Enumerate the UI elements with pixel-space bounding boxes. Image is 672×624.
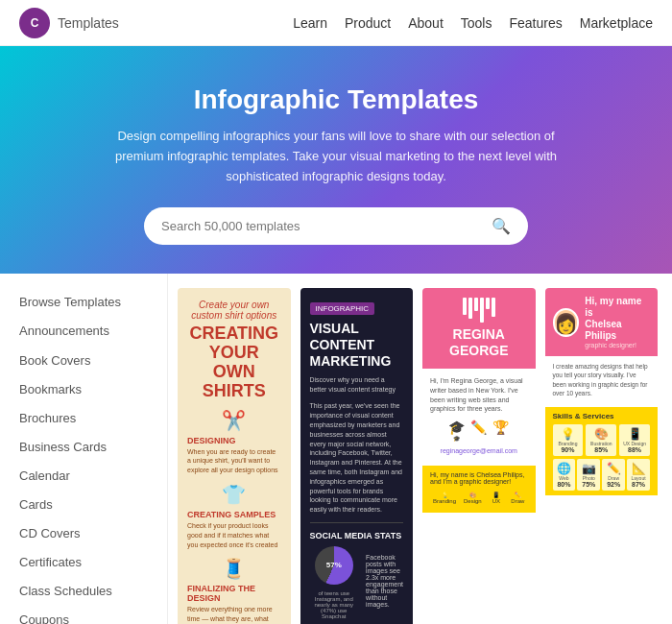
- card4-yellow-section: Skills & Services 💡 Branding 90% 🎨 Illus…: [545, 407, 659, 495]
- sidebar-item-brochures[interactable]: Brochures: [0, 404, 167, 433]
- promote-icon: ✏️: [470, 420, 487, 435]
- card2-body: This past year, we've seen the importanc…: [310, 401, 404, 515]
- education-icon: 🎓: [448, 420, 465, 435]
- illustration-icon: 🎨: [588, 427, 613, 441]
- hero-section: Infographic Templates Design compelling …: [0, 46, 672, 274]
- canva-logo[interactable]: C: [19, 8, 50, 38]
- bar-6: [492, 298, 495, 317]
- bar-4: [480, 298, 484, 323]
- card1-sec1-body: When you are ready to create a unique sh…: [187, 447, 281, 475]
- card2-tag: INFOGRAPHIC: [310, 302, 375, 315]
- sidebar-item-certificates[interactable]: Certificates: [0, 548, 167, 577]
- search-bar[interactable]: 🔍: [144, 207, 528, 245]
- sidebar-item-cards[interactable]: Cards: [0, 491, 167, 519]
- sidebar-item-calendar[interactable]: Calendar: [0, 462, 167, 491]
- bar-2: [468, 298, 472, 319]
- card3-bio: Hi, I'm Regina George, a visual writer b…: [430, 376, 528, 414]
- sidebar-item-class-schedules[interactable]: Class Schedules: [0, 577, 167, 606]
- card3-icons-row: 🎓 🎓 ✏️ 🏆: [430, 420, 528, 442]
- sidebar-item-business-cards[interactable]: Business Cards: [0, 433, 167, 462]
- card1-shirt-icon: 👕: [187, 483, 281, 506]
- hero-title: Infographic Templates: [19, 84, 653, 115]
- card2-sub: Discover why you need a better visual co…: [310, 375, 404, 395]
- sidebar-item-book-covers[interactable]: Book Covers: [0, 347, 167, 375]
- templates-label: Templates: [58, 15, 119, 31]
- stat-web: 🌐 Web 80%: [553, 459, 576, 491]
- main-content: Browse Templates Announcements Book Cove…: [0, 274, 672, 624]
- illustration-label: Illustration: [588, 441, 613, 446]
- ux-pct: 88%: [622, 446, 647, 453]
- excellence-icon: 🏆: [492, 420, 509, 435]
- template-card-regina[interactable]: REGINA GEORGE Hi, I'm Regina George, a v…: [422, 288, 536, 624]
- skill-ux: 📱 UX Design 88%: [619, 424, 650, 456]
- main-nav: Learn Product About Tools Features Marke…: [293, 15, 653, 31]
- template-card-chelsea[interactable]: 👩 Hi, my name isChelsea Philips graphic …: [545, 288, 659, 624]
- sidebar-item-bookmarks[interactable]: Bookmarks: [0, 375, 167, 404]
- illustration-pct: 85%: [588, 446, 613, 453]
- grid-item-1: 💡Branding: [430, 489, 459, 507]
- card1-sec3-title: FINALIZING THE DESIGN: [187, 584, 281, 603]
- card3-bars: [430, 298, 528, 323]
- template-card-shirts[interactable]: Create your own custom shirt options CRE…: [178, 288, 291, 624]
- card2-pie-chart: 57%: [315, 546, 353, 585]
- branding-label: Branding: [556, 441, 581, 446]
- skill-branding: 💡 Branding 90%: [553, 424, 584, 456]
- search-icon: 🔍: [492, 217, 511, 235]
- layout-pct: 87%: [630, 481, 647, 488]
- icon-label-education: 🎓: [448, 435, 465, 442]
- card1-intro: Create your own custom shirt options: [187, 300, 281, 321]
- card3-grid: 💡Branding 🎨Design 📱UX ✏️Draw: [430, 489, 528, 507]
- nav-marketplace[interactable]: Marketplace: [580, 15, 653, 31]
- photo-icon: 📷: [580, 462, 597, 475]
- card4-stats-grid: 🌐 Web 80% 📷 Photo 75% ✏️ Draw 92%: [553, 459, 651, 491]
- nav-features[interactable]: Features: [509, 15, 562, 31]
- stat-layout: 📐 Layout 87%: [627, 459, 650, 491]
- bar-1: [463, 298, 467, 315]
- nav-about[interactable]: About: [408, 15, 444, 31]
- sidebar-item-cd-covers[interactable]: CD Covers: [0, 519, 167, 548]
- sidebar-item-announcements[interactable]: Announcements: [0, 317, 167, 346]
- web-icon: 🌐: [556, 462, 573, 475]
- photo-pct: 75%: [580, 481, 597, 488]
- layout-icon: 📐: [630, 462, 647, 475]
- card2-body2: Facebook posts with images see 2.3x more…: [366, 554, 403, 608]
- stat-draw: ✏️ Draw 92%: [602, 459, 625, 491]
- card3-icon-promote: ✏️: [470, 420, 487, 442]
- search-input[interactable]: [161, 219, 492, 233]
- grid-item-3: 📱UX: [487, 489, 506, 507]
- card1-sec2-title: CREATING SAMPLES: [187, 510, 281, 519]
- card1-sec2-body: Check if your product looks good and if …: [187, 521, 281, 549]
- card2-pie-label: 57%: [326, 561, 342, 569]
- branding-pct: 90%: [556, 446, 581, 453]
- sidebar-item-browse[interactable]: Browse Templates: [0, 288, 167, 317]
- card2-pie-description: of teens use Instagram, and nearly as ma…: [310, 590, 359, 619]
- grid-item-2: 🎨Design: [461, 489, 485, 507]
- template-card-visual-content[interactable]: INFOGRAPHIC VISUAL CONTENT MARKETING Dis…: [300, 288, 414, 624]
- card2-stats-title: SOCIAL MEDIA STATS: [310, 531, 404, 540]
- grid-item-4: ✏️Draw: [508, 489, 527, 507]
- ux-label: UX Design: [622, 441, 647, 446]
- stat-photo: 📷 Photo 75%: [577, 459, 600, 491]
- photo-label: Photo: [580, 475, 597, 481]
- templates-grid: Create your own custom shirt options CRE…: [168, 274, 672, 624]
- draw-pct: 92%: [605, 481, 622, 488]
- card4-job-title: graphic designer!: [585, 342, 650, 348]
- nav-learn[interactable]: Learn: [293, 15, 327, 31]
- card3-top: REGINA GEORGE: [422, 288, 536, 369]
- card1-heading: CREATINGYOUR OWNSHIRTS: [187, 324, 281, 400]
- nav-tools[interactable]: Tools: [461, 15, 492, 31]
- nav-product[interactable]: Product: [345, 15, 391, 31]
- card4-yellow-title: Skills & Services: [553, 412, 651, 420]
- card1-scissors-icon: ✂️: [187, 409, 281, 432]
- card1-sewing-icon: 🧵: [187, 557, 281, 580]
- card3-body: Hi, I'm Regina George, a visual writer b…: [422, 369, 536, 462]
- card3-icon-education: 🎓 🎓: [448, 420, 465, 442]
- ux-icon: 📱: [622, 427, 647, 441]
- draw-icon: ✏️: [605, 462, 622, 475]
- sidebar: Browse Templates Announcements Book Cove…: [0, 274, 168, 624]
- card4-body: I create amazing designs that help you t…: [545, 356, 659, 406]
- card3-name: REGINA GEORGE: [430, 326, 528, 359]
- sidebar-item-coupons[interactable]: Coupons: [0, 606, 167, 624]
- card2-heading: VISUAL CONTENT MARKETING: [310, 321, 404, 369]
- card3-icon-excellence: 🏆: [492, 420, 509, 442]
